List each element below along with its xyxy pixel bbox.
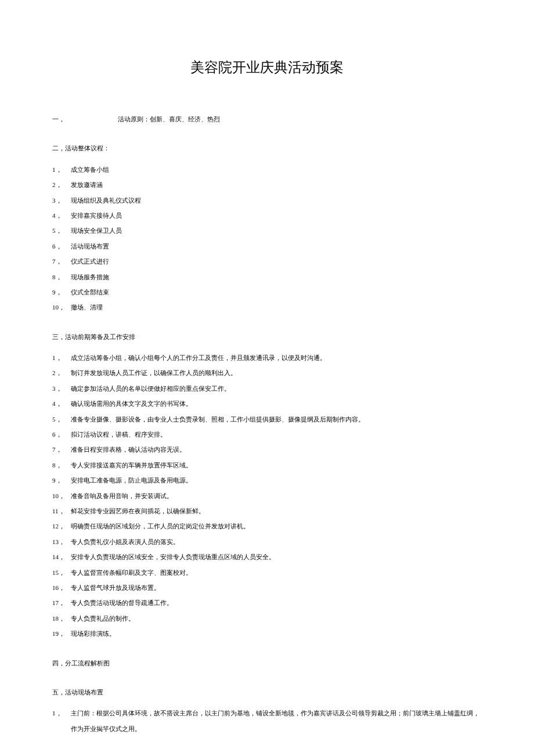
section-3-item-number: 8， (52, 458, 71, 473)
section-3-item-text: 明确责任现场的区域划分，工作人员的定岗定位并发放对讲机。 (71, 519, 482, 534)
section-2-item: 7，仪式正式进行 (52, 254, 482, 269)
section-3-item-text: 安排电工准备电源，防止电源及备用电源。 (71, 473, 482, 488)
section-3-item: 18，专人负责礼品的制作。 (52, 611, 482, 626)
section-2-item: 3，现场组织及典礼仪式议程 (52, 193, 482, 208)
section-3-item: 2，制订并发放现场人员工作证，以确保工作人员的顺利出入。 (52, 365, 482, 380)
section-3-item: 16，专人监督气球升放及现场布置。 (52, 580, 482, 595)
section-5-item: 1，主门前：根据公司具体环境，故不搭设主席台，以主门前为基地，铺设全新地毯，作为… (52, 705, 482, 736)
section-3-item-text: 准备专业摄像、摄影设备，由专业人士负责录制、照相，工作小组提供摄影、摄像提纲及后… (71, 412, 482, 427)
section-3-item: 12，明确责任现场的区域划分，工作人员的定岗定位并发放对讲机。 (52, 519, 482, 534)
section-3-item-number: 12， (52, 519, 71, 534)
section-4-heading: 四，分工流程解析图 (52, 656, 482, 671)
section-2-item-text: 现场组织及典礼仪式议程 (71, 193, 482, 208)
section-3-item: 1，成立活动筹备小组，确认小组每个人的工作分工及责任，并且颁发通讯录，以便及时沟… (52, 350, 482, 365)
section-2-item: 8，现场服务措施 (52, 269, 482, 285)
section-2-item-number: 5， (52, 223, 71, 238)
section-3-item: 19，现场彩排演练。 (52, 626, 482, 641)
section-3-item-text: 专人负责活动现场的督导疏通工作。 (71, 595, 482, 610)
section-2-item: 1，成立筹备小组 (52, 162, 482, 177)
section-1-line: 一， 活动原则：创新、喜庆、经济、热烈 (52, 111, 482, 127)
section-1-label: 一， (52, 111, 116, 127)
section-3-item: 8，专人安排接送嘉宾的车辆并放置停车区域。 (52, 458, 482, 473)
section-3-item: 15，专人监督宣传条幅印刷及文字、图案校对。 (52, 565, 482, 580)
section-2-item-text: 仪式正式进行 (71, 254, 482, 269)
section-2-item-text: 现场安全保卫人员 (71, 223, 482, 238)
section-2-item: 2，发放邀请涵 (52, 177, 482, 192)
section-3: 三，活动前期筹备及工作安排 1，成立活动筹备小组，确认小组每个人的工作分工及责任… (52, 329, 482, 642)
section-3-item-number: 16， (52, 580, 71, 595)
section-2-item-number: 3， (52, 193, 71, 208)
section-3-item-text: 现场彩排演练。 (71, 626, 482, 641)
section-3-item-text: 专人监督宣传条幅印刷及文字、图案校对。 (71, 565, 482, 580)
section-3-item-number: 3， (52, 381, 71, 396)
section-2: 二，活动整体议程： 1，成立筹备小组2，发放邀请涵3，现场组织及典礼仪式议程4，… (52, 141, 482, 315)
section-4: 四，分工流程解析图 (52, 656, 482, 671)
section-2-item-number: 7， (52, 254, 71, 269)
section-3-item-number: 13， (52, 534, 71, 549)
section-3-item: 14，安排专人负责现场的区域安全，安排专人负责现场重点区域的人员安全。 (52, 549, 482, 564)
section-3-item-number: 15， (52, 565, 71, 580)
section-3-item-text: 安排专人负责现场的区域安全，安排专人负责现场重点区域的人员安全。 (71, 549, 482, 564)
section-2-item-text: 活动现场布置 (71, 239, 482, 254)
section-2-item-number: 1， (52, 162, 71, 177)
section-3-item: 4，确认现场需用的具体文字及文字的书写体。 (52, 396, 482, 411)
section-3-item-text: 成立活动筹备小组，确认小组每个人的工作分工及责任，并且颁发通讯录，以便及时沟通。 (71, 350, 482, 365)
section-3-item-number: 7， (52, 442, 71, 457)
section-3-item-number: 6， (52, 427, 71, 442)
section-5-item-number: 1， (52, 705, 71, 736)
section-3-item-text: 专人安排接送嘉宾的车辆并放置停车区域。 (71, 458, 482, 473)
section-3-item-number: 19， (52, 626, 71, 641)
section-3-item-number: 18， (52, 611, 71, 626)
section-2-item-number: 6， (52, 239, 71, 254)
section-2-item: 4，安排嘉宾接待人员 (52, 208, 482, 223)
section-3-item-text: 准备音响及备用音响，并安装调试。 (71, 488, 482, 503)
section-2-heading: 二，活动整体议程： (52, 141, 482, 156)
section-3-item-text: 准备日程安排表格，确认活动内容无误。 (71, 442, 482, 457)
section-2-item: 9，仪式全部结束 (52, 285, 482, 300)
section-1-content: 活动原则：创新、喜庆、经济、热烈 (118, 116, 220, 123)
section-3-heading: 三，活动前期筹备及工作安排 (52, 329, 482, 344)
section-3-item-number: 9， (52, 473, 71, 488)
section-3-item: 10，准备音响及备用音响，并安装调试。 (52, 488, 482, 503)
section-2-item-number: 4， (52, 208, 71, 223)
section-1: 一， 活动原则：创新、喜庆、经济、热烈 (52, 111, 482, 127)
section-2-item-text: 发放邀请涵 (71, 177, 482, 192)
section-2-item-number: 9， (52, 285, 71, 300)
section-3-item: 9，安排电工准备电源，防止电源及备用电源。 (52, 473, 482, 488)
section-2-item-text: 现场服务措施 (71, 269, 482, 285)
section-2-item: 5，现场安全保卫人员 (52, 223, 482, 238)
section-2-item-number: 2， (52, 177, 71, 192)
section-3-item: 5，准备专业摄像、摄影设备，由专业人士负责录制、照相，工作小组提供摄影、摄像提纲… (52, 412, 482, 427)
section-5-heading: 五，活动现场布置 (52, 685, 482, 700)
section-5-item-text: 主门前：根据公司具体环境，故不搭设主席台，以主门前为基地，铺设全新地毯，作为嘉宾… (71, 705, 482, 736)
section-3-item-text: 确认现场需用的具体文字及文字的书写体。 (71, 396, 482, 411)
section-3-item-text: 专人监督气球升放及现场布置。 (71, 580, 482, 595)
section-2-item-number: 8， (52, 269, 71, 285)
section-2-item-text: 撤场、清理 (71, 300, 482, 315)
section-2-item-text: 仪式全部结束 (71, 285, 482, 300)
section-3-item-text: 确定参加活动人员的名单以便做好相应的重点保安工作。 (71, 381, 482, 396)
section-3-item-number: 5， (52, 412, 71, 427)
section-3-item: 3，确定参加活动人员的名单以便做好相应的重点保安工作。 (52, 381, 482, 396)
section-2-item-text: 安排嘉宾接待人员 (71, 208, 482, 223)
section-2-item: 10，撤场、清理 (52, 300, 482, 315)
section-3-item-number: 17， (52, 595, 71, 610)
section-3-item: 6，拟订活动议程，讲稿、程序安排。 (52, 427, 482, 442)
section-3-item-text: 专人负责礼仪小姐及表演人员的落实。 (71, 534, 482, 549)
section-3-item-number: 14， (52, 549, 71, 564)
section-2-item: 6，活动现场布置 (52, 239, 482, 254)
section-3-item-number: 4， (52, 396, 71, 411)
section-3-item-text: 鲜花安排专业园艺师在夜间插花，以确保新鲜。 (71, 503, 482, 519)
section-3-item-text: 专人负责礼品的制作。 (71, 611, 482, 626)
section-2-item-number: 10， (52, 300, 71, 315)
section-3-item-number: 10， (52, 488, 71, 503)
section-3-item-number: 11， (52, 503, 71, 519)
section-3-item: 13，专人负责礼仪小姐及表演人员的落实。 (52, 534, 482, 549)
section-3-item-text: 制订并发放现场人员工作证，以确保工作人员的顺利出入。 (71, 365, 482, 380)
page-title: 美容院开业庆典活动预案 (52, 58, 482, 77)
section-3-item: 17，专人负责活动现场的督导疏通工作。 (52, 595, 482, 610)
section-3-item: 11，鲜花安排专业园艺师在夜间插花，以确保新鲜。 (52, 503, 482, 519)
section-3-item-number: 1， (52, 350, 71, 365)
section-2-item-text: 成立筹备小组 (71, 162, 482, 177)
section-3-item-number: 2， (52, 365, 71, 380)
